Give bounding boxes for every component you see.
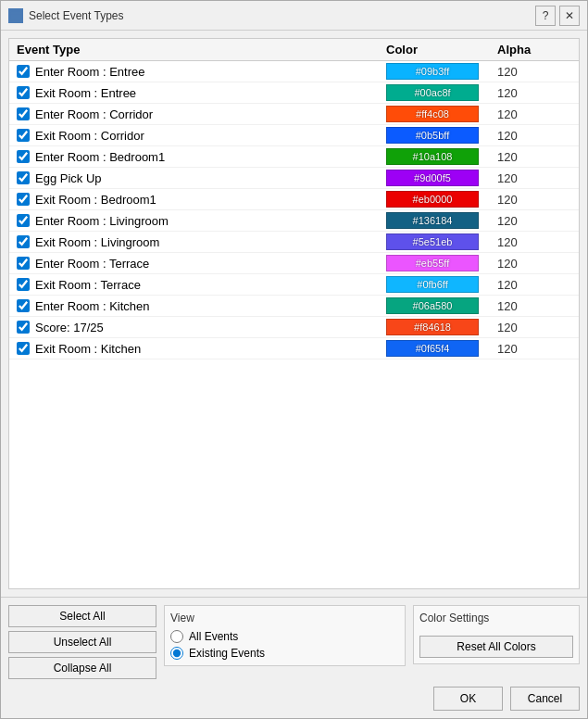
event-checkbox-7[interactable] bbox=[17, 214, 30, 227]
event-checkbox-0[interactable] bbox=[17, 65, 30, 78]
collapse-all-button[interactable]: Collapse All bbox=[8, 657, 156, 679]
radio-all-events-label[interactable]: All Events bbox=[170, 630, 399, 643]
table-row: Enter Room : Terrace#eb55ff120 bbox=[9, 253, 579, 274]
table-row: Enter Room : Entree#09b3ff120 bbox=[9, 61, 579, 82]
event-type-cell: Enter Room : Corridor bbox=[17, 107, 386, 121]
event-checkbox-3[interactable] bbox=[17, 129, 30, 142]
svg-rect-2 bbox=[12, 16, 15, 19]
color-cell-5: #9d00f5 bbox=[386, 170, 497, 186]
color-settings-section: Color Settings Reset All Colors bbox=[413, 605, 580, 664]
alpha-cell-1: 120 bbox=[497, 86, 571, 100]
event-type-cell: Enter Room : Bedroom1 bbox=[17, 150, 386, 164]
table-row: Exit Room : Kitchen#0f65f4120 bbox=[9, 338, 579, 360]
title-bar-controls: ? ✕ bbox=[535, 6, 580, 26]
color-swatch-8[interactable]: #5e51eb bbox=[386, 233, 479, 250]
color-swatch-6[interactable]: #eb0000 bbox=[386, 191, 479, 208]
color-swatch-10[interactable]: #0fb6ff bbox=[386, 276, 479, 293]
alpha-cell-0: 120 bbox=[497, 65, 571, 79]
color-cell-11: #06a580 bbox=[386, 297, 497, 314]
col-header-event-type: Event Type bbox=[17, 43, 386, 57]
event-label-1: Exit Room : Entree bbox=[35, 86, 136, 100]
event-checkbox-8[interactable] bbox=[17, 235, 30, 248]
alpha-cell-3: 120 bbox=[497, 129, 571, 143]
event-type-cell: Enter Room : Terrace bbox=[17, 257, 386, 271]
select-all-button[interactable]: Select All bbox=[8, 605, 156, 627]
alpha-cell-4: 120 bbox=[497, 150, 571, 164]
event-checkbox-13[interactable] bbox=[17, 342, 30, 355]
event-table: Event Type Color Alpha Enter Room : Entr… bbox=[8, 38, 580, 589]
event-label-10: Exit Room : Terrace bbox=[35, 278, 141, 292]
color-swatch-2[interactable]: #ff4c08 bbox=[386, 106, 479, 122]
event-type-cell: Enter Room : Entree bbox=[17, 65, 386, 79]
event-checkbox-2[interactable] bbox=[17, 107, 30, 120]
event-label-11: Enter Room : Kitchen bbox=[35, 299, 150, 313]
color-swatch-0[interactable]: #09b3ff bbox=[386, 63, 479, 80]
ok-button[interactable]: OK bbox=[433, 687, 503, 711]
table-row: Exit Room : Livingroom#5e51eb120 bbox=[9, 232, 579, 253]
radio-existing-events-text: Existing Events bbox=[189, 647, 265, 660]
view-section-title: View bbox=[170, 612, 399, 624]
alpha-cell-10: 120 bbox=[497, 278, 571, 292]
event-checkbox-11[interactable] bbox=[17, 299, 30, 312]
reset-all-colors-button[interactable]: Reset All Colors bbox=[419, 636, 573, 658]
alpha-cell-7: 120 bbox=[497, 214, 571, 228]
title-bar: Select Event Types ? ✕ bbox=[1, 1, 587, 31]
table-row: Enter Room : Bedroom1#10a108120 bbox=[9, 146, 579, 168]
table-row: Score: 17/25#f84618120 bbox=[9, 317, 579, 338]
color-swatch-13[interactable]: #0f65f4 bbox=[386, 340, 479, 357]
event-type-cell: Exit Room : Livingroom bbox=[17, 235, 386, 249]
unselect-all-button[interactable]: Unselect All bbox=[8, 631, 156, 653]
event-type-cell: Egg Pick Up bbox=[17, 171, 386, 185]
color-swatch-1[interactable]: #00ac8f bbox=[386, 84, 479, 101]
col-header-color: Color bbox=[386, 43, 497, 57]
color-swatch-4[interactable]: #10a108 bbox=[386, 148, 479, 165]
color-cell-2: #ff4c08 bbox=[386, 106, 497, 122]
color-swatch-5[interactable]: #9d00f5 bbox=[386, 170, 479, 186]
radio-existing-events-label[interactable]: Existing Events bbox=[170, 647, 399, 660]
event-label-8: Exit Room : Livingroom bbox=[35, 235, 159, 249]
color-swatch-12[interactable]: #f84618 bbox=[386, 319, 479, 335]
radio-all-events-text: All Events bbox=[189, 630, 238, 643]
event-checkbox-5[interactable] bbox=[17, 171, 30, 184]
table-row: Enter Room : Kitchen#06a580120 bbox=[9, 296, 579, 317]
event-checkbox-6[interactable] bbox=[17, 193, 30, 206]
table-row: Enter Room : Livingroom#136184120 bbox=[9, 210, 579, 232]
cancel-button[interactable]: Cancel bbox=[510, 687, 580, 711]
content-area: Event Type Color Alpha Enter Room : Entr… bbox=[1, 31, 587, 597]
event-label-5: Egg Pick Up bbox=[35, 171, 102, 185]
color-cell-0: #09b3ff bbox=[386, 63, 497, 80]
radio-all-events[interactable] bbox=[170, 630, 183, 643]
event-type-cell: Exit Room : Terrace bbox=[17, 278, 386, 292]
alpha-cell-13: 120 bbox=[497, 342, 571, 356]
close-button[interactable]: ✕ bbox=[559, 6, 580, 26]
footer: Select All Unselect All Collapse All Vie… bbox=[1, 597, 587, 718]
color-cell-10: #0fb6ff bbox=[386, 276, 497, 293]
event-label-13: Exit Room : Kitchen bbox=[35, 342, 141, 356]
color-cell-7: #136184 bbox=[386, 212, 497, 229]
radio-existing-events[interactable] bbox=[170, 647, 183, 660]
color-swatch-3[interactable]: #0b5bff bbox=[386, 127, 479, 144]
alpha-cell-5: 120 bbox=[497, 171, 571, 185]
event-checkbox-1[interactable] bbox=[17, 86, 30, 99]
color-swatch-7[interactable]: #136184 bbox=[386, 212, 479, 229]
table-row: Exit Room : Bedroom1#eb0000120 bbox=[9, 189, 579, 210]
alpha-cell-9: 120 bbox=[497, 257, 571, 271]
color-cell-3: #0b5bff bbox=[386, 127, 497, 144]
color-swatch-9[interactable]: #eb55ff bbox=[386, 255, 479, 271]
event-label-4: Enter Room : Bedroom1 bbox=[35, 150, 165, 164]
event-checkbox-9[interactable] bbox=[17, 257, 30, 270]
table-header: Event Type Color Alpha bbox=[9, 39, 579, 61]
alpha-cell-8: 120 bbox=[497, 235, 571, 249]
event-label-12: Score: 17/25 bbox=[35, 321, 104, 334]
event-label-0: Enter Room : Entree bbox=[35, 65, 145, 79]
help-button[interactable]: ? bbox=[535, 6, 556, 26]
event-label-6: Exit Room : Bedroom1 bbox=[35, 193, 156, 207]
color-cell-1: #00ac8f bbox=[386, 84, 497, 101]
event-checkbox-4[interactable] bbox=[17, 150, 30, 163]
color-settings-title: Color Settings bbox=[419, 612, 573, 624]
event-checkbox-12[interactable] bbox=[17, 321, 30, 334]
main-window: Select Event Types ? ✕ Event Type Color … bbox=[0, 0, 588, 719]
radio-group: All Events Existing Events bbox=[170, 630, 399, 660]
event-checkbox-10[interactable] bbox=[17, 278, 30, 291]
color-swatch-11[interactable]: #06a580 bbox=[386, 297, 479, 314]
